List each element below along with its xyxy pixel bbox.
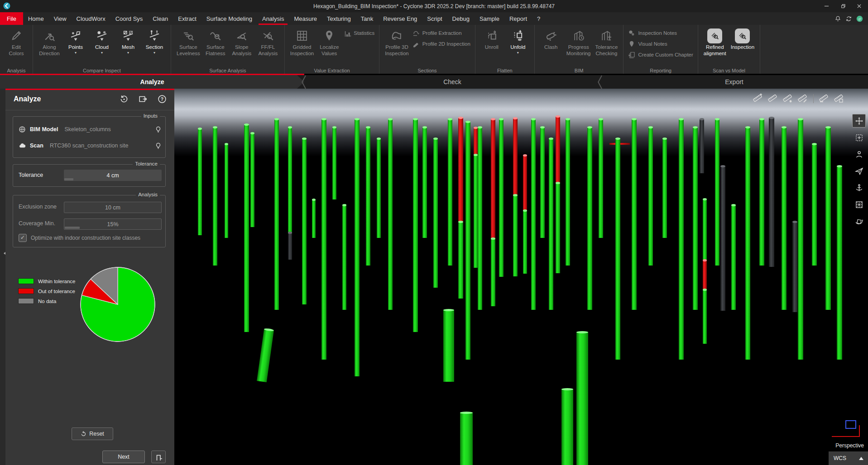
- menu-file[interactable]: File: [0, 12, 23, 25]
- ribbon-button-tolerance-checking[interactable]: Tolerance Checking: [593, 26, 620, 57]
- column-within-tolerance[interactable]: [474, 155, 478, 268]
- column-within-tolerance[interactable]: [225, 144, 228, 238]
- ribbon-button-along-direction[interactable]: Along Direction: [36, 26, 62, 57]
- column-within-tolerance[interactable]: [491, 238, 495, 306]
- column-within-tolerance[interactable]: [576, 332, 588, 465]
- viewport-3d[interactable]: Perspective WCS: [174, 89, 868, 465]
- column-within-tolerance[interactable]: [443, 310, 454, 382]
- column-within-tolerance[interactable]: [703, 199, 707, 260]
- column-out-of-tolerance[interactable]: [523, 155, 527, 210]
- ribbon-button-progress-monitoring[interactable]: Progress Monitoring: [564, 26, 593, 57]
- menu-reverse-eng[interactable]: Reverse Eng: [378, 12, 422, 25]
- column-within-tolerance[interactable]: [478, 127, 482, 310]
- ribbon-button-surface-levelness[interactable]: Surface Levelness: [174, 26, 202, 57]
- status-icon[interactable]: [856, 15, 863, 23]
- menu-coord-sys[interactable]: Coord Sys: [110, 12, 148, 25]
- column-within-tolerance[interactable]: [288, 127, 292, 232]
- anchor-view-icon[interactable]: [852, 181, 866, 195]
- ribbon-button-edit-colors[interactable]: Edit Colors: [3, 26, 29, 57]
- column-within-tolerance[interactable]: [458, 222, 463, 299]
- column-within-tolerance[interactable]: [302, 138, 307, 304]
- bell-icon[interactable]: [834, 15, 842, 23]
- menu-script[interactable]: Script: [422, 12, 447, 25]
- column-out-of-tolerance[interactable]: [703, 260, 707, 289]
- ribbon-button-surface-flatness[interactable]: Surface Flatness: [202, 26, 229, 57]
- field-coverage-min[interactable]: 15%: [64, 218, 162, 230]
- workflow-tab-export[interactable]: Export: [600, 75, 868, 89]
- minimize-button[interactable]: [818, 0, 834, 12]
- chevron-down-icon[interactable]: ▾: [153, 51, 155, 55]
- ribbon-button-statistics[interactable]: Statistics: [344, 29, 374, 37]
- ribbon-button-points[interactable]: Points▾: [62, 26, 89, 55]
- column-out-of-tolerance[interactable]: [474, 128, 478, 155]
- column-within-tolerance[interactable]: [782, 127, 786, 310]
- workflow-tab-check[interactable]: Check: [304, 75, 600, 89]
- chevron-down-icon[interactable]: ▾: [75, 51, 77, 55]
- pan-view-icon[interactable]: [852, 114, 866, 128]
- column-within-tolerance[interactable]: [566, 119, 570, 266]
- column-within-tolerance[interactable]: [825, 127, 831, 310]
- column-within-tolerance[interactable]: [587, 127, 592, 310]
- ribbon-button-mesh[interactable]: Mesh▾: [115, 26, 141, 55]
- field-exclusion-zone[interactable]: 10 cm: [64, 202, 162, 213]
- column-within-tolerance[interactable]: [731, 205, 736, 310]
- ribbon-button-section[interactable]: Section▾: [141, 26, 168, 55]
- column-within-tolerance[interactable]: [561, 389, 573, 465]
- menu-view[interactable]: View: [49, 12, 72, 25]
- column-within-tolerance[interactable]: [798, 119, 803, 360]
- column-out-of-tolerance[interactable]: [491, 119, 495, 238]
- column-within-tolerance[interactable]: [388, 119, 393, 310]
- highlight-bulb-icon[interactable]: [155, 142, 162, 149]
- column-within-tolerance[interactable]: [274, 119, 279, 310]
- zoom-fit-icon[interactable]: [852, 131, 866, 144]
- column-within-tolerance[interactable]: [523, 210, 527, 274]
- ribbon-button-unroll[interactable]: Unroll: [479, 26, 505, 51]
- column-within-tolerance[interactable]: [615, 138, 620, 360]
- menu-home[interactable]: Home: [23, 12, 49, 25]
- column-within-tolerance[interactable]: [693, 127, 698, 310]
- column-within-tolerance[interactable]: [342, 205, 346, 310]
- column-within-tolerance[interactable]: [422, 127, 427, 238]
- ortho-cube-icon[interactable]: [852, 198, 866, 211]
- ribbon-button-profile-3d-inspection[interactable]: Profile 3D Inspection: [383, 26, 411, 57]
- workflow-tab-analyze[interactable]: Analyze: [0, 75, 304, 89]
- column-no-data[interactable]: [288, 232, 292, 260]
- next-button[interactable]: Next: [102, 451, 145, 463]
- ribbon-button-inspection[interactable]: Inspection: [729, 26, 757, 51]
- column-out-of-tolerance[interactable]: [458, 118, 463, 222]
- column-within-tolerance[interactable]: [540, 127, 545, 238]
- menu-measure[interactable]: Measure: [289, 12, 322, 25]
- column-within-tolerance[interactable]: [662, 138, 667, 238]
- column-within-tolerance[interactable]: [332, 127, 336, 199]
- apply-exit-button[interactable]: [151, 451, 166, 463]
- column-no-data[interactable]: [769, 118, 774, 267]
- ribbon-button-ff-fl-analysis[interactable]: FF/FL Analysis: [255, 26, 281, 57]
- ribbon-button-profile-extraction[interactable]: Profile Extraction: [412, 29, 470, 37]
- optimize-checkbox[interactable]: ✓: [19, 234, 27, 242]
- column-within-tolerance[interactable]: [460, 413, 473, 465]
- help-icon[interactable]: ?: [157, 94, 167, 104]
- column-within-tolerance[interactable]: [433, 138, 438, 288]
- column-out-of-tolerance[interactable]: [556, 116, 560, 183]
- optimize-checkbox-row[interactable]: ✓ Optimize with indoor construction site…: [19, 234, 140, 242]
- menu-report[interactable]: Report: [504, 12, 532, 25]
- chevron-down-icon[interactable]: ▾: [517, 51, 519, 55]
- tolerance-field[interactable]: 4 cm: [64, 170, 162, 181]
- measure-ruler-icon[interactable]: [767, 93, 778, 104]
- column-within-tolerance[interactable]: [759, 119, 764, 266]
- column-no-data[interactable]: [792, 222, 797, 312]
- column-within-tolerance[interactable]: [599, 119, 603, 238]
- chevron-down-icon[interactable]: ▾: [101, 51, 103, 55]
- column-within-tolerance[interactable]: [198, 128, 202, 235]
- menu-cloudworx[interactable]: CloudWorx: [72, 12, 110, 25]
- ribbon-button-cloud[interactable]: Cloud▾: [89, 26, 115, 55]
- add-measurement-icon[interactable]: [753, 93, 763, 104]
- projection-label[interactable]: Perspective: [835, 442, 864, 449]
- menu-analysis[interactable]: Analysis: [257, 12, 289, 25]
- column-within-tolerance[interactable]: [499, 119, 504, 277]
- column-within-tolerance[interactable]: [648, 127, 653, 266]
- fly-mode-icon[interactable]: [852, 164, 866, 178]
- ribbon-button-slope-analysis[interactable]: Slope Analysis: [229, 26, 255, 57]
- column-no-data[interactable]: [700, 119, 704, 173]
- ribbon-button-inspection-notes[interactable]: Inspection Notes: [628, 29, 693, 37]
